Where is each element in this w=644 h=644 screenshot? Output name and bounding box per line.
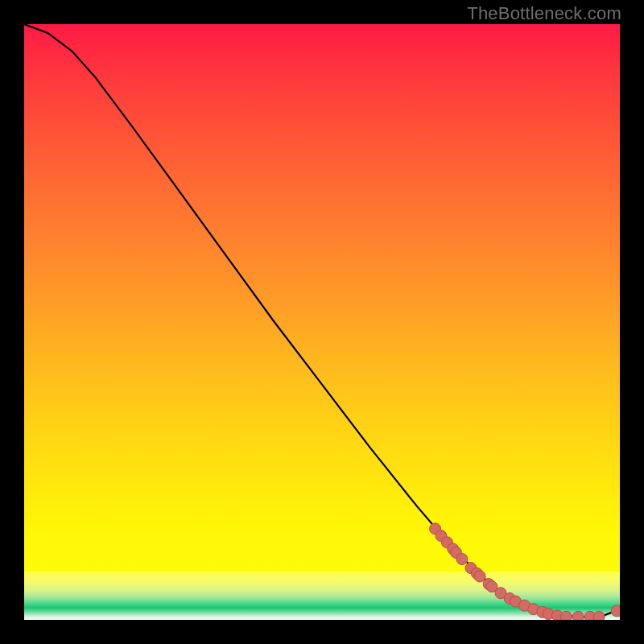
data-point	[611, 605, 620, 617]
data-point	[456, 554, 468, 565]
chart-frame: TheBottleneck.com	[0, 0, 644, 644]
chart-svg	[24, 24, 620, 620]
watermark-text: TheBottleneck.com	[467, 3, 621, 24]
data-point	[474, 571, 485, 582]
data-point	[593, 611, 605, 620]
bottleneck-curve	[24, 24, 620, 617]
data-point	[572, 611, 584, 620]
data-point	[560, 611, 572, 620]
plot-area	[24, 24, 620, 620]
